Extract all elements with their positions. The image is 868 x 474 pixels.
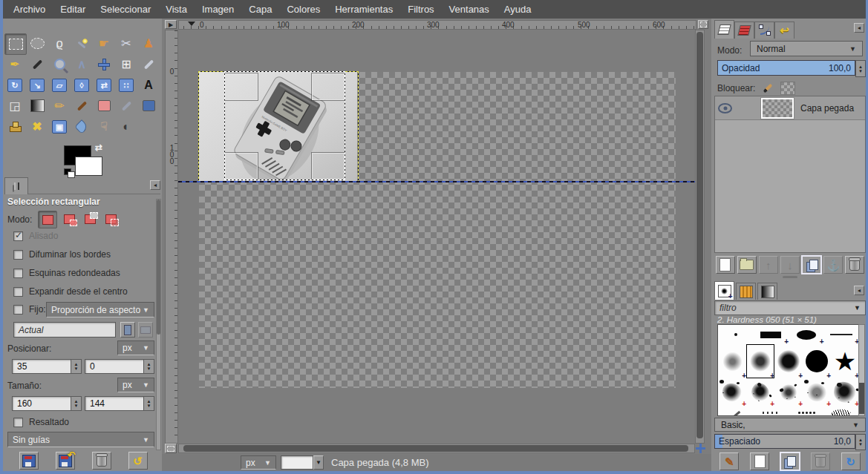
- restore-options-button[interactable]: ↶: [56, 452, 75, 470]
- tab-tool-options[interactable]: [4, 177, 28, 194]
- new-brush-button[interactable]: [750, 452, 769, 470]
- brush-hardness-100[interactable]: +: [803, 344, 831, 378]
- delete-options-button[interactable]: [92, 452, 111, 470]
- duplicate-brush-button[interactable]: [780, 452, 800, 470]
- brush-hardness-075[interactable]: +: [774, 344, 803, 378]
- tool-paths[interactable]: ✒: [4, 54, 25, 74]
- tool-move[interactable]: [94, 54, 114, 74]
- tab-patterns[interactable]: [736, 283, 756, 300]
- canvas-viewport[interactable]: Nintendo GAME BOY: [178, 30, 695, 444]
- duplicate-layer-button[interactable]: [802, 256, 821, 274]
- brush-ellipse[interactable]: +: [789, 325, 824, 344]
- size-unit-dropdown[interactable]: px▼: [117, 378, 154, 392]
- tool-scissors-select[interactable]: ✂: [116, 33, 137, 53]
- menu-item-archivo[interactable]: Archivo: [6, 1, 53, 18]
- refresh-brushes-button[interactable]: ↻: [841, 452, 861, 470]
- tab-brushes[interactable]: [714, 281, 734, 300]
- brush-block[interactable]: +: [754, 325, 789, 344]
- quick-mask-toggle-button[interactable]: [165, 444, 177, 453]
- spinner-arrows[interactable]: ▲▼: [71, 360, 81, 373]
- opacity-spinner[interactable]: ▲▼: [855, 60, 866, 77]
- tab-channels[interactable]: [734, 22, 754, 39]
- collapse-tooloptions-button[interactable]: ◂: [150, 180, 160, 190]
- spinner-arrows[interactable]: ▲▼: [143, 397, 154, 410]
- brush-grid-scrollbar[interactable]: [858, 324, 865, 416]
- anchor-layer-button[interactable]: ⚓: [823, 256, 843, 274]
- spacing-slider[interactable]: Espaciado 10,0: [714, 434, 855, 449]
- selection-handle-top-right[interactable]: [312, 73, 345, 100]
- brush-dots[interactable]: [789, 406, 824, 416]
- selection-marching-ants[interactable]: [224, 71, 345, 180]
- background-color-swatch[interactable]: [75, 157, 102, 176]
- tool-airbrush[interactable]: [116, 96, 137, 116]
- tool-clone[interactable]: [4, 116, 25, 136]
- opacity-slider[interactable]: Opacidad 100,0: [717, 60, 855, 76]
- highlight-row[interactable]: Resaltado: [13, 417, 69, 427]
- tool-smudge[interactable]: ☟: [94, 116, 114, 136]
- brush-grid[interactable]: +++++++★++++++: [717, 324, 860, 416]
- menu-item-editar[interactable]: Editar: [53, 1, 93, 18]
- selection-handle-top-left[interactable]: [225, 73, 258, 100]
- navigation-button[interactable]: [695, 443, 706, 454]
- brush-texture[interactable]: [824, 406, 860, 416]
- menu-item-colores[interactable]: Colores: [279, 1, 327, 18]
- spinner-arrows[interactable]: ▲▼: [71, 397, 81, 410]
- layer-visibility-eye-icon[interactable]: [718, 103, 732, 113]
- menu-item-seleccionar[interactable]: Seleccionar: [93, 1, 158, 18]
- tool-text[interactable]: A: [138, 75, 159, 95]
- tool-ellipse-select[interactable]: [27, 33, 48, 53]
- fixed-checkbox[interactable]: [13, 305, 23, 315]
- spinner-arrows[interactable]: ▲▼: [143, 360, 154, 373]
- position-x-spinbox[interactable]: 35 ▲▼: [12, 359, 82, 374]
- brush-acrylic-05[interactable]: +: [831, 378, 859, 406]
- tool-dodge-burn[interactable]: ◐: [116, 116, 137, 136]
- delete-brush-button[interactable]: [811, 452, 830, 470]
- size-width-spinbox[interactable]: 160 ▲▼: [12, 396, 82, 411]
- spacing-spinner[interactable]: ▲▼: [855, 434, 866, 450]
- tool-shear[interactable]: ▱: [49, 75, 70, 95]
- raise-layer-button[interactable]: ↑: [759, 256, 778, 274]
- expand-center-checkbox[interactable]: [13, 287, 23, 297]
- tool-foreground-select[interactable]: ♟: [138, 33, 159, 53]
- tool-cage-transform[interactable]: ∷: [116, 75, 137, 95]
- menu-item-herramientas[interactable]: Herramientas: [327, 1, 400, 18]
- edit-brush-button[interactable]: ✎: [719, 452, 739, 470]
- layer-name[interactable]: Capa pegada: [800, 103, 854, 113]
- tool-ink[interactable]: [138, 96, 159, 116]
- layers-list[interactable]: Capa pegada: [714, 96, 866, 253]
- new-layer-group-button[interactable]: [737, 256, 757, 274]
- lock-pixels-icon[interactable]: [761, 82, 774, 94]
- default-colors-icon[interactable]: [64, 168, 74, 177]
- aspect-ratio-input[interactable]: Actual: [13, 322, 116, 338]
- tool-options-scrollbar[interactable]: [156, 199, 161, 450]
- brush-specks[interactable]: [754, 406, 789, 416]
- brush-star[interactable]: ★+: [831, 344, 859, 378]
- new-layer-button[interactable]: [716, 256, 735, 274]
- feather-row[interactable]: Difuminar los bordes: [13, 249, 111, 260]
- highlight-checkbox[interactable]: [13, 418, 23, 427]
- tool-rotate[interactable]: ↻: [4, 75, 25, 95]
- tab-paths[interactable]: [754, 22, 774, 39]
- position-y-spinbox[interactable]: 0 ▲▼: [85, 359, 154, 374]
- mode-intersect-button[interactable]: [102, 211, 120, 227]
- vertical-ruler[interactable]: 0 100: [165, 30, 178, 444]
- tool-bucket-fill[interactable]: ◲: [4, 96, 25, 116]
- scrollbar-thumb[interactable]: [183, 445, 688, 452]
- tool-zoom[interactable]: [49, 54, 70, 74]
- layer-mode-dropdown[interactable]: Normal▼: [750, 41, 863, 56]
- tab-layers[interactable]: [714, 20, 734, 39]
- menu-item-ayuda[interactable]: Ayuda: [497, 1, 539, 18]
- status-unit-dropdown[interactable]: px▼: [241, 455, 276, 470]
- layer-row-capa-pegada[interactable]: Capa pegada: [715, 96, 865, 120]
- size-height-spinbox[interactable]: 144 ▲▼: [85, 396, 154, 411]
- landscape-button[interactable]: [138, 322, 153, 338]
- scrollbar-thumb[interactable]: [859, 383, 864, 414]
- expand-center-row[interactable]: Expandir desde el centro: [13, 286, 128, 297]
- tool-gradient[interactable]: [27, 96, 48, 116]
- mode-add-button[interactable]: [60, 211, 78, 227]
- layer-thumbnail[interactable]: [760, 97, 794, 119]
- brush-acrylic-02[interactable]: +: [746, 378, 774, 406]
- vertical-scrollbar[interactable]: [695, 30, 705, 444]
- menu-item-imagen[interactable]: Imagen: [195, 1, 241, 18]
- menu-item-capa[interactable]: Capa: [241, 1, 279, 18]
